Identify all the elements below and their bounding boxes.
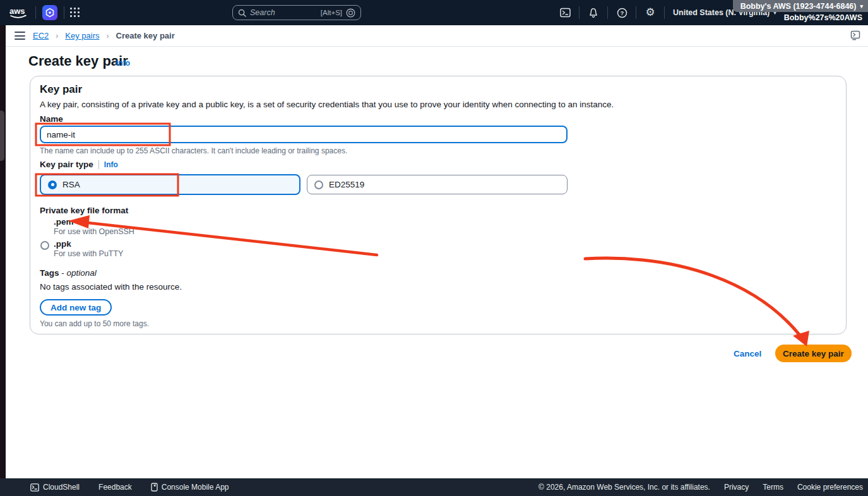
name-field-label: Name — [40, 114, 63, 124]
ppk-option-label[interactable]: .ppk — [54, 239, 71, 249]
key-type-option-ed25519[interactable]: ED25519 — [307, 175, 568, 194]
tags-empty-text: No tags associated with the resource. — [40, 282, 182, 292]
feedback-button[interactable]: Feedback — [98, 483, 132, 492]
divider — [607, 6, 608, 19]
card-description: A key pair, consisting of a private key … — [40, 100, 614, 109]
name-constraint-text: The name can include up to 255 ASCII cha… — [40, 146, 347, 155]
divider — [35, 6, 36, 19]
account-dropdown-button[interactable]: Bobby's AWS (1923-4744-6846) ▾ — [733, 0, 868, 12]
tags-limit-text: You can add up to 50 more tags. — [40, 319, 149, 328]
amazon-q-circle-icon — [346, 8, 355, 18]
tags-optional-label: optional — [67, 268, 97, 278]
account-menu-label[interactable]: Bobby%27s%20AWS — [784, 13, 862, 22]
apps-grid-icon[interactable] — [70, 8, 81, 18]
terms-link[interactable]: Terms — [763, 483, 783, 492]
cloudshell-terminal-icon — [30, 483, 39, 492]
copyright-text: © 2026, Amazon Web Services, Inc. or its… — [538, 483, 710, 492]
key-pair-type-info-link[interactable]: Info — [104, 160, 118, 169]
card-title: Key pair — [40, 83, 82, 96]
side-panel-handle[interactable] — [0, 110, 4, 161]
cookie-preferences-link[interactable]: Cookie preferences — [797, 483, 863, 492]
search-placeholder: Search — [250, 8, 317, 17]
breadcrumb-bar: EC2 › Key pairs › Create key pair — [0, 25, 868, 47]
key-type-ed25519-label: ED25519 — [329, 180, 364, 189]
tags-section-label: Tags - optional — [40, 268, 97, 278]
tags-separator: - — [61, 268, 64, 278]
divider — [579, 6, 580, 19]
browser-side-panel-edge — [0, 25, 6, 478]
svg-text:?: ? — [620, 9, 624, 16]
cancel-button[interactable]: Cancel — [734, 349, 761, 358]
pem-option-description: For use with OpenSSH — [54, 227, 134, 236]
account-tooltip-text: Bobby's AWS (1923-4744-6846) — [740, 2, 857, 11]
notifications-bell-icon[interactable] — [588, 7, 599, 18]
search-shortcut-hint: [Alt+S] — [321, 9, 342, 16]
help-icon[interactable]: ? — [616, 7, 627, 18]
key-pair-name-input[interactable] — [40, 126, 568, 143]
cloudshell-terminal-icon[interactable] — [559, 7, 571, 18]
breadcrumb-ec2-link[interactable]: EC2 — [33, 31, 49, 40]
radio-selected-icon[interactable] — [48, 180, 57, 189]
tags-label: Tags — [40, 268, 59, 278]
breadcrumb-current-page: Create key pair — [116, 31, 175, 40]
aws-console-create-key-pair-page: aws Search [Alt+S] — [0, 0, 868, 496]
console-mobile-app-button[interactable]: Console Mobile App — [151, 483, 229, 492]
breadcrumb-key-pairs-link[interactable]: Key pairs — [65, 31, 99, 40]
aws-logo-text: aws — [9, 6, 25, 16]
footer-left: CloudShell Feedback Console Mobile App — [0, 483, 229, 492]
key-type-option-rsa[interactable]: RSA — [40, 174, 300, 195]
key-pair-type-label: Key pair type — [40, 160, 93, 169]
pem-option-label[interactable]: .pem — [54, 217, 74, 227]
divider — [98, 160, 99, 169]
hamburger-menu-icon[interactable] — [15, 32, 25, 40]
search-icon — [238, 9, 246, 17]
console-footer: CloudShell Feedback Console Mobile App ©… — [0, 478, 868, 496]
breadcrumb: EC2 › Key pairs › Create key pair — [33, 25, 175, 46]
key-pair-type-header: Key pair type Info — [40, 160, 118, 169]
create-key-pair-button[interactable]: Create key pair — [775, 345, 852, 362]
divider — [64, 6, 64, 19]
divider — [636, 6, 636, 19]
gear-icon[interactable]: ⚙ — [645, 7, 656, 18]
key-pair-form-card: Key pair A key pair, consisting of a pri… — [30, 76, 847, 334]
search-input[interactable]: Search [Alt+S] — [232, 5, 361, 20]
breadcrumb-chevron-icon: › — [56, 32, 58, 40]
caret-down-icon: ▾ — [860, 3, 863, 9]
feedback-label: Feedback — [98, 483, 132, 492]
privacy-link[interactable]: Privacy — [724, 483, 749, 492]
page-title-info-link[interactable]: Info — [116, 59, 130, 68]
breadcrumb-chevron-icon: › — [107, 32, 109, 40]
mobile-phone-icon — [151, 483, 158, 492]
page-title: Create key pair — [28, 53, 128, 69]
terminal-panel-icon[interactable] — [850, 30, 860, 44]
ppk-radio-button[interactable] — [40, 241, 49, 250]
private-key-format-label: Private key file format — [40, 206, 128, 215]
cloudshell-footer-label: CloudShell — [43, 483, 80, 492]
add-new-tag-button[interactable]: Add new tag — [40, 299, 112, 316]
console-mobile-app-label: Console Mobile App — [162, 483, 229, 492]
ppk-option-description: For use with PuTTY — [54, 249, 123, 258]
divider — [664, 6, 665, 19]
cloudshell-footer-button[interactable]: CloudShell — [30, 483, 80, 492]
aws-logo[interactable]: aws — [9, 6, 32, 23]
amazon-q-icon[interactable] — [42, 5, 57, 20]
radio-unselected-icon[interactable] — [314, 180, 323, 189]
footer-right: © 2026, Amazon Web Services, Inc. or its… — [538, 483, 868, 492]
key-type-rsa-label: RSA — [62, 180, 80, 189]
